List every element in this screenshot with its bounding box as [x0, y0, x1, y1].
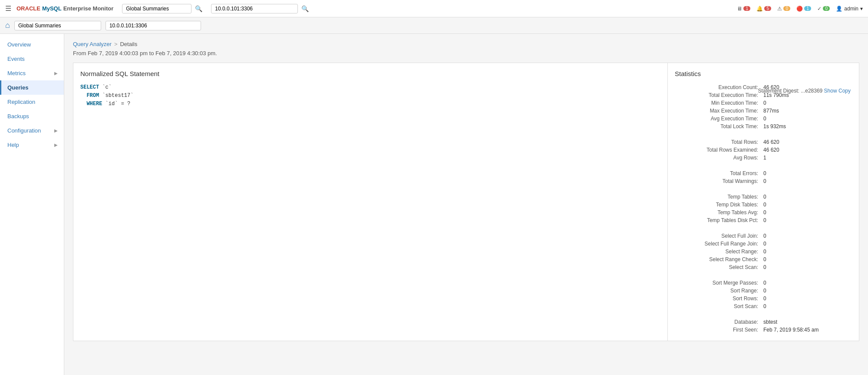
table-row: First Seen: Feb 7, 2019 9:58:45 am	[675, 326, 852, 334]
statement-digest-show-link[interactable]: Show	[824, 88, 837, 94]
breadcrumb-current: Details	[120, 41, 137, 47]
main-layout: Overview Events Metrics ▶ Queries Replic…	[0, 34, 868, 375]
table-row: Sort Rows: 0	[675, 295, 852, 302]
sidebar-item-overview[interactable]: Overview	[0, 37, 64, 52]
sidebar-item-configuration[interactable]: Configuration ▶	[0, 123, 64, 138]
stat-label: Total Errors:	[675, 169, 762, 177]
statement-digest-row: Statement Digest: ...e28369 Show Copy	[758, 88, 851, 94]
stat-value: 0	[762, 287, 852, 295]
warn1-group: ⚠ 0	[777, 6, 790, 12]
stat-value: 0	[762, 169, 852, 177]
panels: Normalized SQL Statement SELECT SELECT `…	[73, 63, 859, 341]
stat-label: Sort Range:	[675, 287, 762, 295]
statement-digest-copy-link[interactable]: Copy	[838, 88, 851, 94]
sidebar-item-backups[interactable]: Backups	[0, 109, 64, 123]
hamburger-menu[interactable]: ☰	[5, 4, 11, 13]
stat-value: Feb 7, 2019 9:58:45 am	[762, 326, 852, 334]
table-row: Avg Execution Time: 0	[675, 115, 852, 123]
stat-label: Sort Scan:	[675, 302, 762, 310]
stat-value: 46 620	[762, 146, 852, 154]
stat-value: 0	[762, 193, 852, 201]
monitor-icon: 🖥	[737, 6, 742, 12]
stat-value: 46 620	[762, 138, 852, 146]
sidebar-item-label: Events	[7, 56, 25, 62]
table-row: Select Range Check: 0	[675, 256, 852, 263]
table-row: Temp Tables Disk Pct: 0	[675, 216, 852, 224]
content-area: Query Analyzer > Details From Feb 7, 201…	[64, 34, 868, 375]
sidebar-item-replication[interactable]: Replication	[0, 95, 64, 109]
breadcrumb-separator: >	[114, 41, 118, 47]
stat-label: Avg Rows:	[675, 154, 762, 162]
home-icon[interactable]: ⌂	[5, 21, 10, 30]
sidebar-item-label: Help	[7, 142, 19, 148]
statement-digest-value: ...e28369	[801, 88, 822, 94]
global-search-group: 🔍	[122, 4, 202, 13]
topbar-right: 🖥 1 🔔 5 ⚠ 0 🔴 1 ✓ 0 👤 admin ▾	[737, 6, 863, 12]
breadcrumb-parent[interactable]: Query Analyzer	[73, 41, 112, 47]
sidebar-item-help[interactable]: Help ▶	[0, 138, 64, 152]
sidebar-item-metrics[interactable]: Metrics ▶	[0, 66, 64, 80]
table-row: Temp Disk Tables: 0	[675, 201, 852, 209]
monitor-count-group: 🖥 1	[737, 6, 750, 12]
stat-value: 0	[762, 201, 852, 209]
stat-value: 1	[762, 154, 852, 162]
warn1-badge: 0	[783, 6, 790, 11]
global-search-input[interactable]	[122, 4, 191, 13]
panel-sql: Normalized SQL Statement SELECT SELECT `…	[73, 63, 668, 341]
table-row: Select Range: 0	[675, 248, 852, 256]
global-search-icon[interactable]: 🔍	[195, 5, 202, 12]
table-row: Avg Rows: 1	[675, 154, 852, 162]
stat-value: 0	[762, 240, 852, 248]
stat-label: Select Scan:	[675, 263, 762, 271]
table-row: Database: sbtest	[675, 318, 852, 326]
stat-value: 1s 932ms	[762, 123, 852, 130]
sidebar-item-label: Configuration	[7, 127, 41, 134]
sidebar-item-queries[interactable]: Queries	[0, 80, 64, 95]
server-search-input[interactable]	[211, 4, 298, 13]
stat-label: Total Lock Time:	[675, 123, 762, 130]
stat-value: 0	[762, 263, 852, 271]
stat-label: Total Rows Examined:	[675, 146, 762, 154]
alert-badge: 5	[764, 6, 771, 11]
user-icon: 👤	[836, 6, 842, 12]
user-label: admin	[844, 6, 858, 12]
user-menu[interactable]: 👤 admin ▾	[836, 6, 863, 12]
subbar: ⌂	[0, 17, 868, 34]
sql-code-block: SELECT SELECT `c``c` FROM `sbtest17` WHE…	[80, 83, 660, 109]
breadcrumb: Query Analyzer > Details	[73, 41, 859, 47]
stat-value: 0	[762, 302, 852, 310]
table-row: Select Full Join: 0	[675, 232, 852, 240]
table-row: Total Rows: 46 620	[675, 138, 852, 146]
statement-digest-label: Statement Digest:	[758, 88, 799, 94]
alert-count-group: 🔔 5	[756, 6, 771, 12]
chevron-right-icon: ▶	[54, 128, 58, 133]
warn2-badge: 1	[804, 6, 811, 11]
stat-label: Total Execution Time:	[675, 91, 762, 99]
table-row: Total Lock Time: 1s 932ms	[675, 123, 852, 130]
stat-label: Total Warnings:	[675, 177, 762, 185]
table-row: Total Warnings: 0	[675, 177, 852, 185]
stat-label: Sort Merge Passes:	[675, 279, 762, 287]
sidebar-item-events[interactable]: Events	[0, 52, 64, 66]
stat-label: Select Full Range Join:	[675, 240, 762, 248]
sql-line-3: WHERE `id` = ?	[80, 100, 660, 108]
table-row: Sort Range: 0	[675, 287, 852, 295]
app-logo: ORACLE MySQL Enterprise Monitor	[17, 5, 113, 12]
server-input[interactable]	[106, 21, 201, 30]
ok-group: ✓ 0	[817, 6, 830, 12]
stat-value: 0	[762, 99, 852, 107]
server-search-icon[interactable]: 🔍	[301, 5, 309, 12]
mysql-logo-text: MySQL	[42, 5, 62, 12]
statistics-table: Execution Count: 46 620 Total Execution …	[675, 83, 852, 334]
summary-dropdown[interactable]	[14, 21, 101, 30]
sidebar-item-label: Replication	[7, 99, 35, 105]
user-dropdown-icon: ▾	[860, 6, 863, 12]
chevron-right-icon: ▶	[54, 71, 58, 76]
ok-icon: ✓	[817, 6, 822, 12]
sql-line-2: FROM `sbtest17`	[80, 92, 660, 100]
stat-label: Total Rows:	[675, 138, 762, 146]
stat-label: Sort Rows:	[675, 295, 762, 302]
stat-value: 0	[762, 256, 852, 263]
stat-value: 0	[762, 115, 852, 123]
table-row: Min Execution Time: 0	[675, 99, 852, 107]
